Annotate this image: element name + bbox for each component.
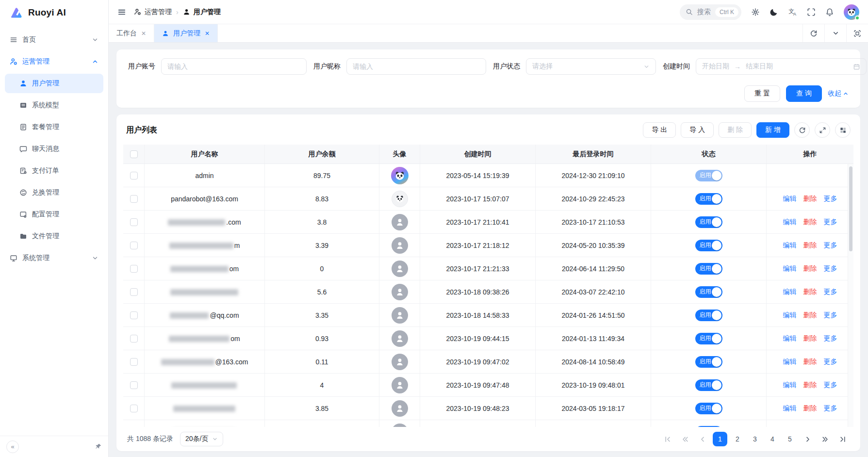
pin-icon[interactable] <box>95 443 102 450</box>
delete-link[interactable]: 删除 <box>803 264 817 273</box>
edit-link[interactable]: 编辑 <box>783 195 797 203</box>
tab-refresh-button[interactable] <box>802 24 824 42</box>
delete-link[interactable]: 删除 <box>803 358 817 366</box>
pagination-page-3[interactable]: 3 <box>748 432 762 446</box>
date-range-picker[interactable]: 开始日期 → 结束日期 <box>696 58 867 75</box>
status-toggle[interactable]: 启用 <box>695 403 722 414</box>
sidebar-item-file-management[interactable]: 文件管理 <box>5 227 103 246</box>
row-checkbox[interactable] <box>130 195 138 203</box>
status-toggle[interactable]: 启用 <box>695 193 722 205</box>
breadcrumb-operations[interactable]: 运营管理 <box>134 8 172 16</box>
edit-link[interactable]: 编辑 <box>783 241 797 250</box>
sidebar-item-chat-messages[interactable]: 聊天消息 <box>5 139 103 159</box>
pagination-page-1[interactable]: 1 <box>713 432 727 446</box>
status-toggle[interactable]: 启用 <box>695 240 722 251</box>
tab-menu-button[interactable] <box>824 24 846 42</box>
vertical-scrollbar[interactable] <box>848 164 853 427</box>
edit-link[interactable]: 编辑 <box>783 404 797 413</box>
pagination-jump-forward-button[interactable] <box>818 432 832 446</box>
notifications-bell-icon[interactable] <box>825 8 834 16</box>
refresh-table-button[interactable] <box>794 122 810 138</box>
status-toggle[interactable]: 启用 <box>695 379 722 391</box>
delete-link[interactable]: 删除 <box>803 381 817 390</box>
status-toggle[interactable]: 启用 <box>695 426 722 427</box>
status-toggle[interactable]: 启用 <box>695 216 722 228</box>
account-input[interactable] <box>161 58 307 75</box>
more-link[interactable]: 更多 <box>824 288 837 296</box>
page-size-select[interactable]: 20条/页 <box>180 432 223 446</box>
scrollbar-thumb[interactable] <box>849 166 852 251</box>
import-button[interactable]: 导 入 <box>681 122 714 138</box>
delete-link[interactable]: 删除 <box>803 218 817 227</box>
close-icon[interactable]: ✕ <box>205 30 210 37</box>
delete-link[interactable]: 删除 <box>803 288 817 296</box>
export-button[interactable]: 导 出 <box>643 122 676 138</box>
sidebar-item-system-model[interactable]: 系统模型 <box>5 96 103 115</box>
edit-link[interactable]: 编辑 <box>783 311 797 320</box>
settings-gear-icon[interactable] <box>751 8 760 16</box>
delete-link[interactable]: 删除 <box>803 311 817 320</box>
more-link[interactable]: 更多 <box>824 381 837 390</box>
status-toggle[interactable]: 启用 <box>695 263 722 275</box>
more-link[interactable]: 更多 <box>824 195 837 203</box>
edit-link[interactable]: 编辑 <box>783 218 797 227</box>
pagination-next-button[interactable] <box>800 432 815 446</box>
row-checkbox[interactable] <box>130 358 138 366</box>
delete-link[interactable]: 删除 <box>803 195 817 203</box>
tab-maximize-button[interactable] <box>846 24 868 42</box>
sidebar-item-operations[interactable]: 运营管理 <box>5 52 103 71</box>
pagination-jump-back-button[interactable] <box>678 432 692 446</box>
delete-link[interactable]: 删除 <box>803 334 817 343</box>
sidebar-item-payment-orders[interactable]: 支付订单 <box>5 161 103 180</box>
user-avatar[interactable] <box>844 4 859 20</box>
dark-mode-moon-icon[interactable] <box>770 8 778 16</box>
more-link[interactable]: 更多 <box>824 241 837 250</box>
row-checkbox[interactable] <box>130 311 138 319</box>
global-search[interactable]: 搜索 Ctrl K <box>680 4 741 20</box>
tab-workbench[interactable]: 工作台 ✕ <box>109 24 154 42</box>
more-link[interactable]: 更多 <box>824 334 837 343</box>
row-checkbox[interactable] <box>130 265 138 273</box>
status-toggle[interactable]: 启用 <box>695 333 722 344</box>
sidebar-item-home[interactable]: 首页 <box>5 30 103 49</box>
reset-button[interactable]: 重 置 <box>744 85 780 102</box>
search-button[interactable]: 查 询 <box>786 85 822 102</box>
select-all-checkbox[interactable] <box>130 150 138 158</box>
tab-user-management[interactable]: 用户管理 ✕ <box>154 24 218 42</box>
row-checkbox[interactable] <box>130 381 138 389</box>
sidebar-item-redeem-management[interactable]: 兑换管理 <box>5 183 103 202</box>
status-select[interactable]: 请选择 <box>526 58 656 75</box>
edit-link[interactable]: 编辑 <box>783 264 797 273</box>
pagination-first-button[interactable] <box>660 432 675 446</box>
row-checkbox[interactable] <box>130 218 138 226</box>
sidebar-item-system-management[interactable]: 系统管理 <box>5 248 103 268</box>
column-settings-button[interactable] <box>835 122 851 138</box>
status-toggle[interactable]: 启用 <box>695 310 722 321</box>
sidebar-item-config-management[interactable]: 配置管理 <box>5 205 103 224</box>
close-icon[interactable]: ✕ <box>141 30 146 37</box>
edit-link[interactable]: 编辑 <box>783 288 797 296</box>
more-link[interactable]: 更多 <box>824 311 837 320</box>
fullscreen-icon[interactable] <box>807 8 816 16</box>
pagination-page-2[interactable]: 2 <box>730 432 745 446</box>
sidebar-item-package-management[interactable]: 套餐管理 <box>5 117 103 137</box>
row-checkbox[interactable] <box>130 288 138 296</box>
pagination-last-button[interactable] <box>835 432 850 446</box>
status-toggle[interactable]: 启用 <box>695 356 722 368</box>
hamburger-menu-icon[interactable] <box>117 8 126 16</box>
status-toggle[interactable]: 启用 <box>695 286 722 298</box>
translate-icon[interactable]: 文A <box>788 7 797 16</box>
more-link[interactable]: 更多 <box>824 218 837 227</box>
delete-link[interactable]: 删除 <box>803 404 817 413</box>
sidebar-item-user-management[interactable]: 用户管理 <box>5 74 103 93</box>
add-button[interactable]: 新 增 <box>756 122 789 138</box>
breadcrumb-user-management[interactable]: 用户管理 <box>183 8 221 16</box>
pagination-page-4[interactable]: 4 <box>765 432 780 446</box>
edit-link[interactable]: 编辑 <box>783 381 797 390</box>
status-toggle[interactable]: 启用 <box>695 170 722 181</box>
row-checkbox[interactable] <box>130 242 138 249</box>
edit-link[interactable]: 编辑 <box>783 334 797 343</box>
fullscreen-table-button[interactable] <box>815 122 830 138</box>
more-link[interactable]: 更多 <box>824 264 837 273</box>
row-checkbox[interactable] <box>130 405 138 412</box>
